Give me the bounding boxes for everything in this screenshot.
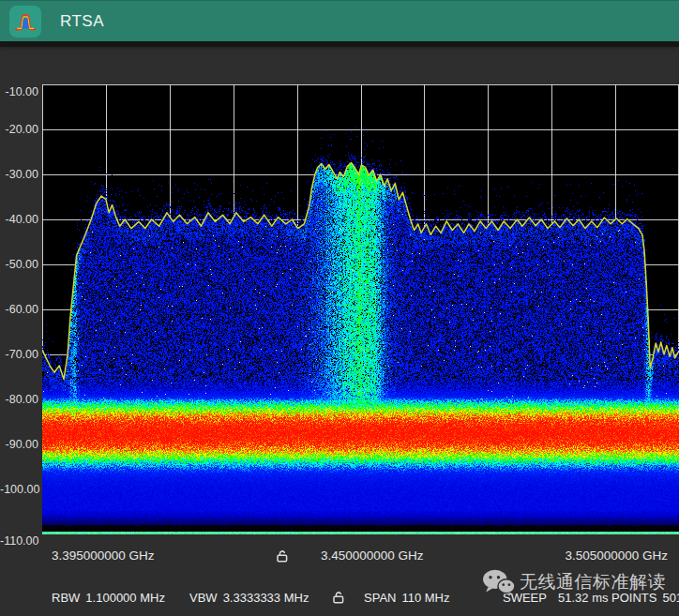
y-axis-tick-label: -80.00 <box>0 393 38 406</box>
spectrum-canvas[interactable] <box>42 84 679 534</box>
spectrum-pulse-icon <box>12 8 38 35</box>
center-frequency-label[interactable]: 3.450000000 GHz <box>321 548 424 563</box>
y-axis-tick-label: -110.00 <box>0 534 38 548</box>
rbw-lock-button[interactable] <box>330 589 346 605</box>
y-axis-tick-label: -100.00 <box>0 483 38 496</box>
titlebar-shadow <box>0 41 679 47</box>
watermark-text: 无线通信标准解读 <box>520 570 666 594</box>
rbw-value: 1.100000 MHz <box>85 591 165 605</box>
title-bar: RTSA <box>0 0 679 42</box>
vbw-label: VBW <box>189 591 218 605</box>
y-axis-tick-label: -40.00 <box>0 213 38 226</box>
y-axis-tick-label: -10.00 <box>0 85 38 98</box>
app-title: RTSA <box>60 1 104 42</box>
unlock-icon <box>275 548 290 563</box>
span-setting[interactable]: SPAN110 MHz <box>364 590 450 606</box>
y-axis-tick-label: -30.00 <box>0 168 38 181</box>
vbw-setting[interactable]: VBW3.3333333 MHz <box>189 590 309 606</box>
vbw-value: 3.3333333 MHz <box>223 591 309 605</box>
y-axis-tick-label: -20.00 <box>0 123 38 136</box>
watermark: 无线通信标准解读 <box>482 568 666 596</box>
y-axis-tick-label: -90.00 <box>0 438 38 451</box>
y-axis-tick-label: -60.00 <box>0 303 38 316</box>
center-frequency-lock-button[interactable] <box>274 548 290 563</box>
y-axis-tick-label: -70.00 <box>0 348 38 361</box>
stop-frequency-label[interactable]: 3.505000000 GHz <box>565 548 668 563</box>
rbw-label: RBW <box>52 591 80 605</box>
rtsa-window: RTSA -10.00-20.00-30.00-40.00-50.00-60.0… <box>0 0 679 616</box>
app-icon[interactable] <box>9 6 41 38</box>
span-label: SPAN <box>364 591 396 605</box>
wechat-icon <box>482 568 516 596</box>
y-axis-tick-label: -50.00 <box>0 258 38 271</box>
unlock-icon <box>331 590 346 605</box>
rbw-setting[interactable]: RBW1.100000 MHz <box>52 590 165 606</box>
start-frequency-label[interactable]: 3.395000000 GHz <box>52 548 155 563</box>
span-value: 110 MHz <box>401 591 449 605</box>
